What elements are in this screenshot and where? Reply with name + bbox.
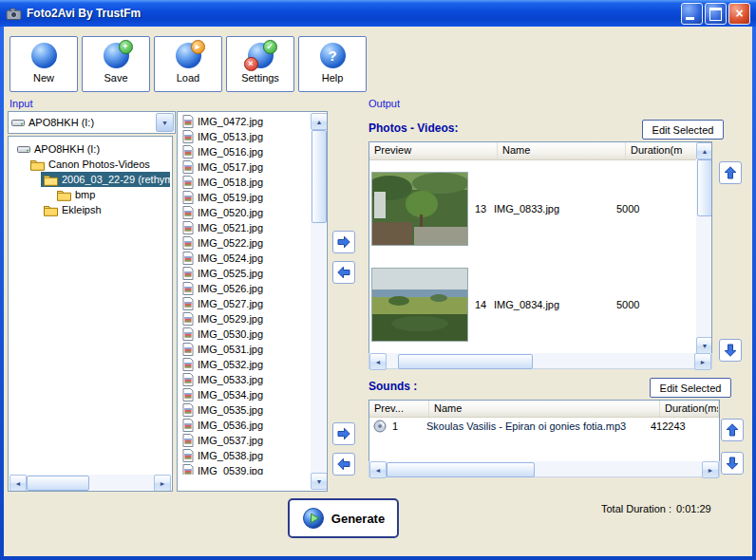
close-icon: × — [735, 7, 743, 20]
scroll-left-button[interactable]: ◄ — [369, 461, 387, 478]
file-list-item[interactable]: IMG_0535.jpg — [179, 402, 311, 418]
remove-sound-button[interactable] — [332, 453, 355, 476]
file-list-item[interactable]: IMG_0533.jpg — [179, 372, 311, 387]
file-list-item[interactable]: IMG_0530.jpg — [179, 327, 311, 342]
jpg-file-icon — [182, 343, 194, 356]
file-list-item[interactable]: IMG_0531.jpg — [179, 342, 311, 357]
file-list-item[interactable]: IMG_0517.jpg — [179, 159, 311, 175]
generate-button-label: Generate — [331, 512, 385, 526]
load-button[interactable]: ▸ Load — [154, 36, 222, 92]
scroll-down-icon: ▼ — [316, 478, 323, 485]
jpg-file-icon — [182, 373, 194, 386]
scrollbar-thumb[interactable] — [398, 354, 533, 369]
remove-photo-button[interactable] — [332, 261, 355, 284]
column-header-name[interactable]: Name — [429, 401, 660, 417]
file-name: IMG_0529.jpg — [198, 313, 263, 325]
scrollbar-thumb[interactable] — [387, 462, 535, 477]
photos-vertical-scrollbar[interactable]: ▲ ▼ — [696, 142, 711, 354]
file-list-item[interactable]: IMG_0516.jpg — [179, 144, 311, 159]
tree-horizontal-scrollbar[interactable]: ◄ ► — [9, 475, 171, 490]
new-button[interactable]: New — [9, 36, 78, 92]
add-photo-button[interactable] — [332, 231, 355, 253]
file-list-item[interactable]: IMG_0472.jpg — [179, 114, 311, 129]
scrollbar-thumb[interactable] — [27, 476, 89, 491]
scroll-left-icon: ◄ — [375, 467, 382, 474]
scroll-right-button[interactable]: ► — [694, 353, 711, 370]
file-list-item[interactable]: IMG_0536.jpg — [179, 418, 311, 433]
file-list-item[interactable]: IMG_0518.jpg — [179, 175, 311, 190]
file-list-item[interactable]: IMG_0526.jpg — [179, 281, 311, 296]
file-list-item[interactable]: IMG_0519.jpg — [179, 190, 311, 205]
move-photo-down-button[interactable] — [719, 339, 742, 362]
save-button[interactable]: + Save — [82, 36, 150, 92]
tree-item-canon[interactable]: Canon Photos-Videos — [28, 157, 153, 172]
close-button[interactable]: × — [728, 3, 750, 25]
settings-button[interactable]: ✓ × Settings — [226, 36, 294, 92]
edit-selected-photos-button[interactable]: Edit Selected — [642, 120, 724, 140]
file-list-item[interactable]: IMG_0532.jpg — [179, 357, 311, 372]
file-list-item[interactable]: IMG_0539.jpg — [179, 463, 311, 475]
photos-horizontal-scrollbar[interactable]: ◄ ► — [369, 353, 712, 369]
file-list-item[interactable]: IMG_0525.jpg — [179, 266, 311, 281]
move-sound-up-button[interactable] — [721, 419, 744, 441]
file-list-item[interactable]: IMG_0522.jpg — [179, 235, 311, 251]
scroll-up-icon: ▲ — [316, 119, 323, 125]
settings-icon: ✓ × — [248, 43, 274, 68]
scroll-down-button[interactable]: ▼ — [311, 473, 328, 490]
tree-item-bmp[interactable]: bmp — [54, 187, 98, 202]
sounds-horizontal-scrollbar[interactable]: ◄ ► — [369, 461, 720, 477]
tree-item-drive[interactable]: APO8HKH (I:) — [14, 141, 103, 157]
add-sound-button[interactable] — [332, 422, 355, 445]
photo-row[interactable]: 14 IMG_0834.jpg 5000 — [369, 256, 711, 352]
maximize-button[interactable] — [705, 3, 727, 25]
scroll-down-button[interactable]: ▼ — [696, 337, 712, 354]
jpg-file-icon — [182, 191, 194, 204]
column-header-preview[interactable]: Prev... — [369, 401, 429, 417]
tree-item-ekleipsh[interactable]: Ekleipsh — [41, 202, 104, 217]
file-list-item[interactable]: IMG_0537.jpg — [179, 433, 311, 448]
file-list-item[interactable]: IMG_0520.jpg — [179, 205, 311, 220]
jpg-file-icon — [182, 449, 194, 462]
file-list-item[interactable]: IMG_0524.jpg — [179, 251, 311, 266]
sound-index: 1 — [392, 420, 398, 432]
tree-item-selected-folder[interactable]: 2006_03_22-29 (rethymno) — [41, 172, 170, 187]
scrollbar-thumb[interactable] — [312, 130, 327, 223]
edit-selected-sounds-button[interactable]: Edit Selected — [650, 378, 731, 398]
photo-row[interactable]: 13 IMG_0833.jpg 5000 — [369, 160, 711, 256]
drive-combo[interactable]: APO8HKH (I:) ▼ — [8, 111, 176, 134]
scroll-right-button[interactable]: ► — [702, 461, 719, 478]
arrow-right-icon — [336, 234, 351, 250]
file-list-vertical-scrollbar[interactable]: ▲ ▼ — [311, 113, 326, 490]
minimize-button[interactable] — [681, 3, 703, 25]
file-list-item[interactable]: IMG_0538.jpg — [179, 448, 311, 463]
scroll-left-button[interactable]: ◄ — [9, 475, 27, 492]
scroll-up-button[interactable]: ▲ — [311, 113, 328, 130]
sound-row[interactable]: 1 Skoulas Vasilis - Epiran oi gonies fot… — [369, 418, 719, 435]
file-name: IMG_0472.jpg — [198, 116, 263, 127]
scroll-right-button[interactable]: ► — [154, 475, 171, 492]
move-sound-down-button[interactable] — [721, 452, 744, 475]
photos-table: Preview Name Duration(m — [369, 141, 712, 355]
scroll-up-button[interactable]: ▲ — [696, 142, 712, 159]
scroll-left-button[interactable]: ◄ — [369, 353, 387, 370]
file-list-item[interactable]: IMG_0534.jpg — [179, 387, 311, 402]
column-header-name[interactable]: Name — [498, 142, 626, 159]
combo-dropdown-button[interactable]: ▼ — [156, 113, 174, 132]
file-name: IMG_0524.jpg — [198, 252, 263, 264]
file-list-item[interactable]: IMG_0527.jpg — [179, 296, 311, 311]
file-name: IMG_0522.jpg — [198, 237, 263, 249]
help-button[interactable]: ? Help — [298, 36, 367, 92]
column-header-duration[interactable]: Duration(ms) — [660, 401, 719, 417]
scrollbar-thumb[interactable] — [697, 159, 712, 216]
question-mark-icon: ? — [320, 43, 346, 68]
cross-badge-icon: × — [244, 57, 258, 71]
file-name: IMG_0530.jpg — [198, 328, 263, 340]
sound-icon — [373, 420, 387, 433]
move-photo-up-button[interactable] — [719, 161, 742, 184]
plus-badge-icon: + — [119, 40, 133, 54]
file-list-item[interactable]: IMG_0513.jpg — [179, 129, 311, 144]
file-list-item[interactable]: IMG_0529.jpg — [179, 311, 311, 327]
generate-button[interactable]: Generate — [288, 498, 399, 538]
column-header-preview[interactable]: Preview — [369, 142, 498, 159]
file-list-item[interactable]: IMG_0521.jpg — [179, 220, 311, 235]
